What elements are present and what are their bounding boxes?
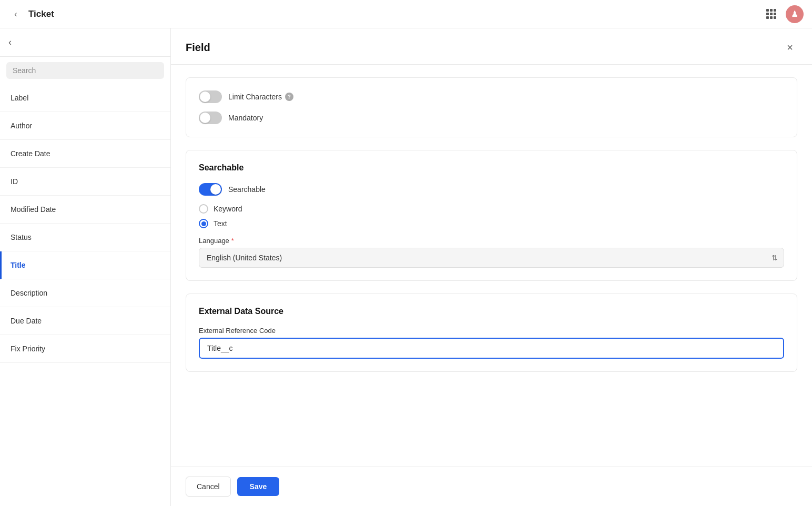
sidebar-item-create-date[interactable]: Create Date xyxy=(0,140,170,168)
searchable-toggle-row: Searchable xyxy=(199,183,784,196)
sidebar-item-description[interactable]: Description xyxy=(0,279,170,307)
grid-dot xyxy=(766,16,769,19)
mandatory-row: Mandatory xyxy=(199,112,784,124)
grid-dot xyxy=(774,16,776,19)
sidebar: ‹ Search Label Author Create Date ID Mod… xyxy=(0,28,171,506)
sidebar-item-modified-date[interactable]: Modified Date xyxy=(0,196,170,224)
top-header: ‹ Ticket ♟ xyxy=(0,0,812,28)
searchable-section: Searchable Searchable Keyword Text xyxy=(186,150,797,281)
grid-dot xyxy=(770,16,773,19)
grid-dot xyxy=(774,9,776,12)
sidebar-list: Label Author Create Date ID Modified Dat… xyxy=(0,84,170,506)
main-content: Field × Limit Characters ? xyxy=(171,28,812,506)
grid-dot xyxy=(770,13,773,15)
avatar-icon: ♟ xyxy=(791,9,798,19)
searchable-toggle[interactable] xyxy=(199,183,222,196)
mandatory-toggle[interactable] xyxy=(199,112,222,124)
sidebar-item-title[interactable]: Title xyxy=(0,251,170,279)
grid-icon[interactable] xyxy=(764,7,778,22)
sidebar-item-label[interactable]: Label xyxy=(0,84,170,112)
limit-characters-row: Limit Characters ? xyxy=(199,90,784,103)
cancel-button[interactable]: Cancel xyxy=(186,477,231,497)
limit-characters-label: Limit Characters ? xyxy=(228,93,293,101)
sidebar-item-id[interactable]: ID xyxy=(0,168,170,196)
help-icon[interactable]: ? xyxy=(285,93,293,101)
grid-dot xyxy=(766,9,769,12)
grid-dot xyxy=(774,13,776,15)
keyword-radio[interactable] xyxy=(199,204,208,214)
sidebar-item-fix-priority[interactable]: Fix Priority xyxy=(0,335,170,363)
text-radio-row: Text xyxy=(199,219,784,228)
grid-dot xyxy=(770,9,773,12)
grid-dot xyxy=(766,13,769,15)
language-field-label: Language * xyxy=(199,237,784,245)
required-star: * xyxy=(231,237,234,245)
panel-title: Field xyxy=(186,42,210,54)
sidebar-item-due-date[interactable]: Due Date xyxy=(0,307,170,335)
external-reference-code-input[interactable] xyxy=(199,338,784,359)
header-right: ♟ xyxy=(764,5,804,23)
avatar[interactable]: ♟ xyxy=(786,5,804,23)
limit-characters-toggle[interactable] xyxy=(199,90,222,103)
sidebar-header: ‹ xyxy=(0,28,170,57)
language-select-wrapper: English (United States) Spanish French G… xyxy=(199,248,784,268)
field-panel: Field × Limit Characters ? xyxy=(171,28,812,506)
external-data-source-title: External Data Source xyxy=(199,307,784,316)
panel-footer: Cancel Save xyxy=(171,467,812,506)
header-left: ‹ Ticket xyxy=(8,7,54,22)
close-button[interactable]: × xyxy=(783,40,797,55)
sidebar-item-status[interactable]: Status xyxy=(0,224,170,251)
sidebar-item-author[interactable]: Author xyxy=(0,112,170,140)
text-radio[interactable] xyxy=(199,219,208,228)
panel-body: Limit Characters ? Mandatory xyxy=(171,65,812,467)
sidebar-back-button[interactable]: ‹ xyxy=(8,37,12,48)
main-layout: ‹ Search Label Author Create Date ID Mod… xyxy=(0,28,812,506)
searchable-toggle-label: Searchable xyxy=(228,185,266,194)
page-title: Ticket xyxy=(28,9,54,19)
save-button[interactable]: Save xyxy=(237,477,280,496)
text-label: Text xyxy=(214,219,227,228)
ref-code-label: External Reference Code xyxy=(199,327,784,335)
language-select[interactable]: English (United States) Spanish French G… xyxy=(199,248,784,268)
search-input[interactable]: Search xyxy=(6,62,164,79)
back-button[interactable]: ‹ xyxy=(8,7,23,22)
searchable-section-title: Searchable xyxy=(199,163,784,173)
keyword-radio-row: Keyword xyxy=(199,204,784,214)
panel-header: Field × xyxy=(171,28,812,65)
external-data-source-section: External Data Source External Reference … xyxy=(186,294,797,372)
toggles-section: Limit Characters ? Mandatory xyxy=(186,77,797,137)
mandatory-label: Mandatory xyxy=(228,114,263,122)
keyword-label: Keyword xyxy=(214,205,242,213)
